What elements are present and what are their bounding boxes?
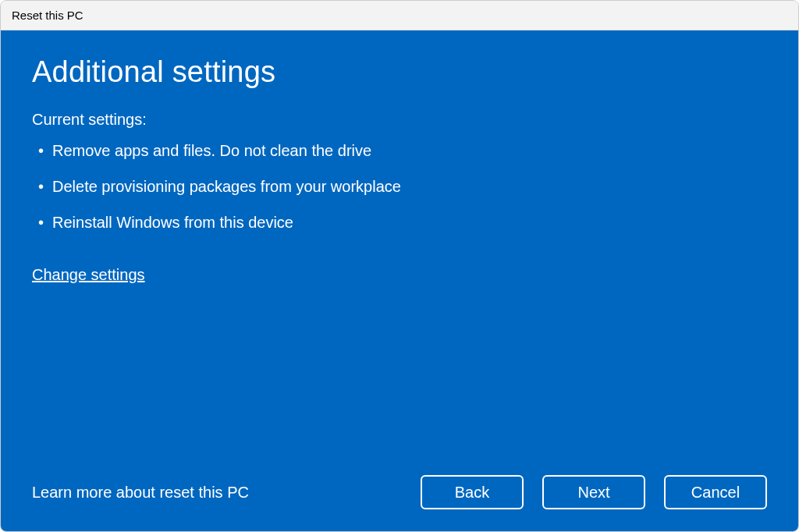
setting-item: Delete provisioning packages from your w… xyxy=(32,176,767,197)
window-title: Reset this PC xyxy=(12,9,83,22)
reset-pc-window: Reset this PC Additional settings Curren… xyxy=(0,0,799,532)
change-settings-link[interactable]: Change settings xyxy=(32,266,145,284)
setting-item: Remove apps and files. Do not clean the … xyxy=(32,140,767,161)
button-group: Back Next Cancel xyxy=(421,475,767,509)
settings-list: Remove apps and files. Do not clean the … xyxy=(32,140,767,247)
content-area: Additional settings Current settings: Re… xyxy=(1,30,798,531)
cancel-button[interactable]: Cancel xyxy=(664,475,767,509)
learn-more-link[interactable]: Learn more about reset this PC xyxy=(32,484,249,502)
titlebar: Reset this PC xyxy=(1,1,798,30)
footer: Learn more about reset this PC Back Next… xyxy=(32,475,767,509)
current-settings-label: Current settings: xyxy=(32,111,767,129)
page-heading: Additional settings xyxy=(32,55,767,89)
next-button[interactable]: Next xyxy=(542,475,645,509)
back-button[interactable]: Back xyxy=(421,475,524,509)
setting-item: Reinstall Windows from this device xyxy=(32,211,767,233)
